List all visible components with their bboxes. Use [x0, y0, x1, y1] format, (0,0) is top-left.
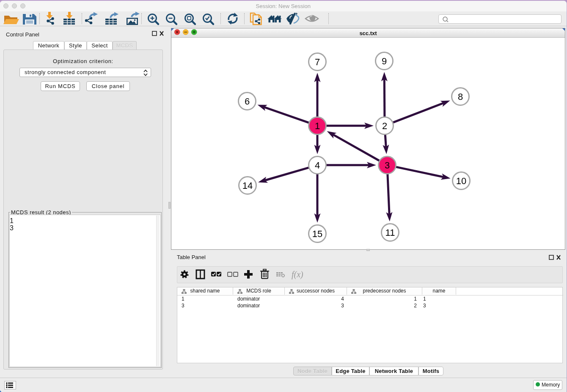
svg-text:11: 11	[385, 227, 395, 238]
svg-text:9: 9	[382, 56, 387, 66]
svg-text:f(x): f(x)	[292, 270, 303, 279]
svg-text:1: 1	[315, 121, 320, 131]
svg-text:14: 14	[242, 180, 253, 191]
svg-text:8: 8	[458, 91, 463, 102]
svg-text:6: 6	[245, 96, 250, 107]
svg-text:7: 7	[315, 57, 320, 67]
svg-text:2: 2	[382, 121, 387, 131]
svg-text:15: 15	[312, 229, 322, 239]
svg-text:4: 4	[315, 160, 320, 171]
svg-text:10: 10	[456, 176, 466, 186]
svg-text:3: 3	[385, 160, 390, 171]
